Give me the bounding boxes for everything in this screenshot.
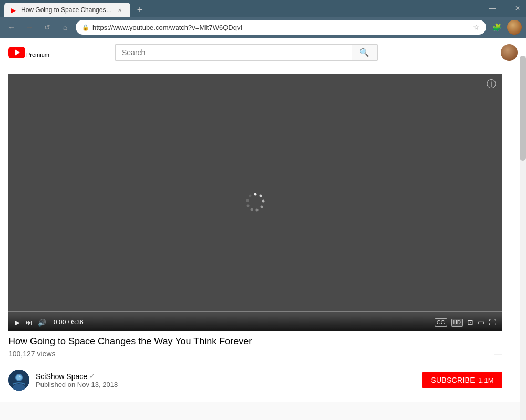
video-meta-row: How Going to Space Changes the Way You T…	[8, 336, 502, 349]
svg-point-6	[247, 205, 250, 207]
bookmark-icon[interactable]: ☆	[473, 23, 480, 32]
search-container: 🔍	[115, 44, 378, 61]
svg-point-13	[19, 376, 21, 377]
channel-info: SciShow Space ✓ Published on Nov 13, 201…	[36, 372, 422, 388]
svg-point-1	[260, 195, 262, 197]
url-text: https://www.youtube.com/watch?v=MIt7W6QD…	[92, 24, 468, 32]
minimize-button[interactable]: —	[488, 4, 497, 13]
svg-point-8	[249, 195, 252, 197]
svg-point-4	[256, 209, 259, 212]
svg-point-3	[261, 206, 263, 208]
extensions-button[interactable]: 🧩	[489, 20, 504, 35]
video-container: ⓘ ▶ ⏭ 🔊 0:00 / 6:36	[8, 74, 502, 396]
verified-icon: ✓	[89, 372, 95, 380]
meta-dash: —	[494, 349, 502, 359]
svg-point-7	[246, 200, 249, 202]
scrollbar-thumb[interactable]	[520, 56, 526, 161]
browser-tab[interactable]: ▶ How Going to Space Changes th ×	[4, 3, 130, 17]
subscribe-label: SUBSCRIBE	[431, 376, 475, 384]
miniplayer-button[interactable]: ⊡	[467, 318, 473, 327]
progress-bar[interactable]	[8, 311, 502, 312]
premium-label: Premium	[26, 51, 49, 58]
youtube-logo-text-group: Premium	[27, 47, 49, 58]
window-controls: — □ ✕	[488, 4, 522, 13]
search-button[interactable]: 🔍	[352, 44, 378, 61]
mute-button[interactable]: 🔊	[38, 319, 46, 327]
cc-button[interactable]: CC	[435, 318, 447, 327]
browser-window: ▶ How Going to Space Changes th × + — □ …	[0, 0, 526, 38]
forward-button[interactable]: →	[22, 20, 37, 35]
scrollbar-track[interactable]	[520, 56, 526, 402]
tab-title: How Going to Space Changes th	[21, 6, 112, 14]
video-controls: ▶ ⏭ 🔊 0:00 / 6:36 CC HD ⊡ ▭ ⛶	[8, 314, 502, 331]
fullscreen-button[interactable]: ⛶	[489, 318, 496, 327]
subscriber-count: 1.1M	[478, 376, 494, 384]
right-controls: CC HD ⊡ ▭ ⛶	[435, 318, 496, 327]
channel-row: SciShow Space ✓ Published on Nov 13, 201…	[8, 364, 502, 396]
loading-spinner	[245, 192, 266, 213]
youtube-page: Premium 🔍	[0, 38, 526, 402]
home-button[interactable]: ⌂	[58, 20, 73, 35]
close-window-button[interactable]: ✕	[513, 4, 522, 13]
video-title: How Going to Space Changes the Way You T…	[8, 336, 252, 347]
browser-profile-button[interactable]	[507, 20, 522, 35]
video-player[interactable]: ⓘ ▶ ⏭ 🔊 0:00 / 6:36	[8, 74, 502, 331]
refresh-button[interactable]: ↺	[40, 20, 55, 35]
channel-name[interactable]: SciShow Space	[36, 372, 87, 381]
video-info: How Going to Space Changes the Way You T…	[8, 331, 502, 364]
play-button[interactable]: ▶	[15, 319, 20, 327]
theatre-button[interactable]: ▭	[478, 318, 484, 327]
search-input[interactable]	[115, 44, 352, 61]
maximize-button[interactable]: □	[501, 4, 509, 13]
address-input[interactable]: 🔒 https://www.youtube.com/watch?v=MIt7W6…	[76, 20, 486, 35]
address-bar-row: ← → ↺ ⌂ 🔒 https://www.youtube.com/watch?…	[0, 17, 526, 38]
channel-published: Published on Nov 13, 2018	[36, 381, 422, 388]
subscribe-button[interactable]: SUBSCRIBE 1.1M	[422, 372, 502, 388]
skip-button[interactable]: ⏭	[25, 318, 33, 327]
svg-point-5	[251, 208, 253, 211]
back-button[interactable]: ←	[4, 20, 19, 35]
video-views: 100,127 views	[8, 350, 56, 358]
new-tab-button[interactable]: +	[132, 3, 147, 17]
svg-point-12	[16, 375, 22, 380]
youtube-logo-icon	[8, 47, 25, 58]
yt-header: Premium 🔍	[0, 38, 526, 67]
title-bar: ▶ How Going to Space Changes th × + — □ …	[0, 0, 526, 17]
svg-point-0	[254, 193, 257, 196]
channel-name-row: SciShow Space ✓	[36, 372, 422, 381]
svg-point-2	[262, 200, 265, 203]
user-avatar[interactable]	[501, 44, 518, 61]
hd-button[interactable]: HD	[451, 319, 463, 327]
yt-header-right	[501, 44, 518, 61]
tab-close-button[interactable]: ×	[116, 6, 124, 14]
channel-avatar[interactable]	[8, 370, 29, 391]
youtube-logo[interactable]: Premium	[8, 47, 49, 58]
info-icon[interactable]: ⓘ	[487, 78, 496, 90]
lock-icon: 🔒	[82, 24, 89, 31]
search-icon: 🔍	[359, 48, 369, 57]
video-stats-row: 100,127 views —	[8, 349, 502, 359]
tab-favicon: ▶	[11, 6, 18, 14]
youtube-play-icon	[15, 49, 20, 56]
time-display: 0:00 / 6:36	[54, 319, 84, 326]
